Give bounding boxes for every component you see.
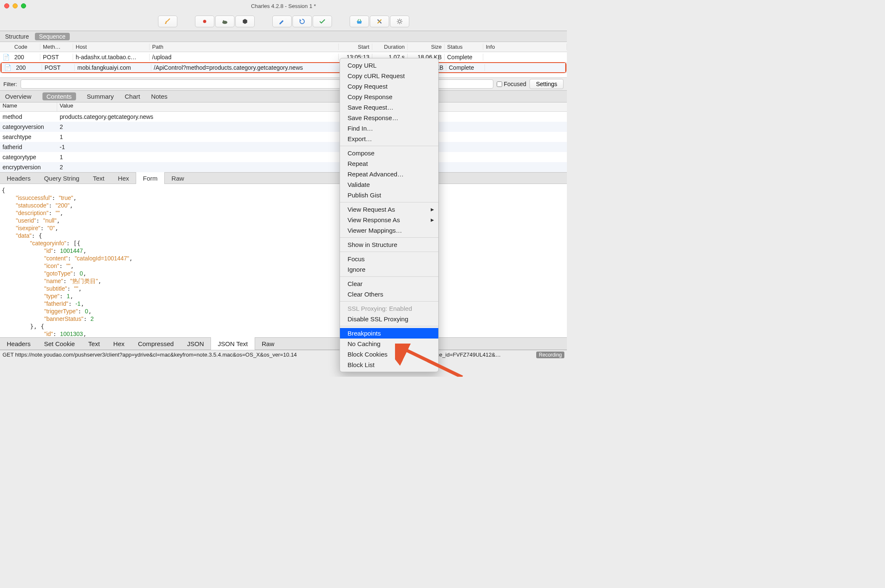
ctx-save-response-[interactable]: Save Response… [340,113,438,123]
col-method[interactable]: Meth… [40,44,73,50]
tab-sequence[interactable]: Sequence [35,33,70,40]
toolbar [0,12,567,31]
status-url: GET https://note.youdao.com/pushserver3/… [3,352,536,358]
ctx-view-request-as[interactable]: View Request As [340,204,438,215]
breakpoint-button[interactable] [235,16,255,27]
tab-raw[interactable]: Raw [165,175,191,182]
tab-resp-jsontext[interactable]: JSON Text [211,337,255,350]
window-title: Charles 4.2.8 - Session 1 * [251,3,316,9]
tab-summary[interactable]: Summary [87,93,114,100]
filter-label: Filter: [3,81,17,87]
tab-hex[interactable]: Hex [111,175,136,182]
titlebar: Charles 4.2.8 - Session 1 * [0,0,567,12]
ctx-ssl-proxying-enabled: SSL Proxying: Enabled [340,303,438,314]
svg-point-4 [398,20,401,23]
svg-point-0 [203,20,206,23]
recording-badge[interactable]: Recording [536,352,564,358]
session-table-header: Code Meth… Host Path Start Duration Size… [0,42,567,52]
broom-button[interactable] [158,16,177,27]
col-code[interactable]: Code [12,44,40,50]
nv-row[interactable]: methodproducts.category.getcategory.news [0,112,567,122]
ctx-save-request-[interactable]: Save Request… [340,102,438,113]
tab-resp-headers[interactable]: Headers [0,340,37,347]
nv-row[interactable]: categorytype1 [0,152,567,162]
tab-resp-text[interactable]: Text [82,340,107,347]
svg-point-1 [222,21,227,24]
tab-resp-hex[interactable]: Hex [107,340,132,347]
nv-row[interactable]: searchtype1 [0,132,567,142]
nv-row[interactable]: encryptversion2 [0,162,567,172]
ctx-show-in-structure[interactable]: Show in Structure [340,239,438,250]
ctx-export-[interactable]: Export… [340,134,438,144]
col-start[interactable]: Start [339,44,372,50]
ctx-copy-url[interactable]: Copy URL [340,60,438,71]
col-duration[interactable]: Duration [372,44,408,50]
nv-table[interactable]: methodproducts.category.getcategory.news… [0,112,567,172]
ctx-find-in-[interactable]: Find In… [340,123,438,134]
tab-resp-setcookie[interactable]: Set Cookie [37,340,82,347]
tab-resp-compressed[interactable]: Compressed [131,340,180,347]
ctx-clear-others[interactable]: Clear Others [340,289,438,299]
ctx-clear[interactable]: Clear [340,278,438,289]
focused-checkbox[interactable]: Focused [497,81,527,87]
ctx-compose[interactable]: Compose [340,148,438,158]
nv-row[interactable]: categoryversion2 [0,122,567,132]
tab-structure[interactable]: Structure [5,33,29,40]
ctx-copy-request[interactable]: Copy Request [340,81,438,92]
col-info[interactable]: Info [483,44,567,50]
ctx-publish-gist[interactable]: Publish Gist [340,190,438,200]
ctx-view-response-as[interactable]: View Response As [340,215,438,225]
tab-contents[interactable]: Contents [42,92,76,100]
ctx-copy-response[interactable]: Copy Response [340,92,438,102]
col-value[interactable]: Value [57,102,567,111]
nv-header: Name Value [0,102,567,112]
tab-headers[interactable]: Headers [0,175,37,182]
ctx-ignore[interactable]: Ignore [340,264,438,275]
table-row[interactable]: 📄 200 POST mobi.fangkuaiyi.com /ApiContr… [2,63,565,72]
ctx-block-list[interactable]: Block List [340,360,438,370]
svg-point-2 [223,20,224,21]
ctx-breakpoints[interactable]: Breakpoints [340,328,438,339]
settings-button[interactable] [390,16,409,27]
tab-notes[interactable]: Notes [151,93,167,100]
close-icon[interactable] [4,3,9,8]
tab-overview[interactable]: Overview [5,93,32,100]
ctx-viewer-mappings-[interactable]: Viewer Mappings… [340,225,438,236]
repeat-button[interactable] [292,16,312,27]
tab-resp-json[interactable]: JSON [180,340,211,347]
ctx-repeat-advanced-[interactable]: Repeat Advanced… [340,169,438,179]
col-size[interactable]: Size [408,44,445,50]
response-format-tabs: Headers Set Cookie Text Hex Compressed J… [0,337,567,350]
ctx-block-cookies[interactable]: Block Cookies [340,349,438,360]
json-text-pane[interactable]: { "issuccessful": "true", "statuscode": … [0,184,567,337]
ctx-no-caching[interactable]: No Caching [340,339,438,349]
settings-button[interactable]: Settings [529,79,564,89]
filter-bar: Filter: Focused Settings [0,77,567,91]
throttle-button[interactable] [215,16,234,27]
tools-basket-button[interactable] [350,16,369,27]
tab-text[interactable]: Text [86,175,111,182]
ctx-copy-curl-request[interactable]: Copy cURL Request [340,71,438,81]
col-path[interactable]: Path [150,44,339,50]
highlighted-row-annotation: 📄 200 POST mobi.fangkuaiyi.com /ApiContr… [0,62,566,73]
validate-button[interactable] [313,16,332,27]
col-name[interactable]: Name [0,102,57,111]
tab-form[interactable]: Form [136,172,165,184]
tab-chart[interactable]: Chart [125,93,140,100]
view-tabs: Structure Sequence [0,31,567,42]
ctx-focus[interactable]: Focus [340,254,438,264]
table-row[interactable]: 📄 200 POST h-adashx.ut.taobao.c… /upload… [0,52,567,62]
col-status[interactable]: Status [445,44,483,50]
tools-wrench-button[interactable] [370,16,389,27]
ctx-repeat[interactable]: Repeat [340,158,438,169]
zoom-icon[interactable] [21,3,26,8]
ctx-validate[interactable]: Validate [340,179,438,190]
compose-button[interactable] [272,16,292,27]
record-button[interactable] [195,16,214,27]
col-host[interactable]: Host [73,44,150,50]
ctx-disable-ssl-proxying[interactable]: Disable SSL Proxying [340,314,438,324]
tab-resp-raw[interactable]: Raw [255,340,281,347]
minimize-icon[interactable] [13,3,18,8]
nv-row[interactable]: fatherid-1 [0,142,567,152]
tab-query[interactable]: Query String [37,175,86,182]
